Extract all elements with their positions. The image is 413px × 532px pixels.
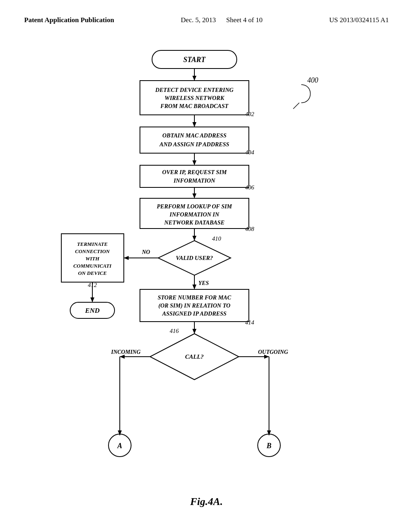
- yes-label: YES: [198, 280, 209, 286]
- ref-arrow: [293, 103, 299, 109]
- detect-label1: DETECT DEVICE ENTERING: [155, 87, 234, 93]
- obtain-label1: OBTAIN MAC ADDRESS: [162, 132, 226, 139]
- detect-label2: WIRELESS NETWORK: [165, 95, 225, 101]
- arrow4-head: [192, 193, 196, 198]
- no-arrow-head: [124, 256, 129, 260]
- date: Dec. 5, 2013: [181, 16, 216, 24]
- store-label3: ASSIGNED IP ADDRESS: [162, 310, 226, 317]
- arrow2-head: [192, 122, 196, 127]
- label-406: 406: [245, 184, 254, 191]
- diagram-area: 400 START DETECT DEVICE ENTERING WIRELES…: [0, 28, 413, 492]
- overip-label2: INFORMATION: [173, 177, 215, 184]
- arrow6-head: [192, 329, 196, 334]
- label-410: 410: [212, 235, 221, 242]
- no-label: NO: [142, 249, 150, 255]
- flowchart-svg: 400 START DETECT DEVICE ENTERING WIRELES…: [49, 28, 364, 492]
- terminate-label3: WITH: [86, 256, 100, 262]
- arrow3-head: [192, 160, 196, 165]
- arrow1-head: [192, 76, 196, 81]
- label-414: 414: [245, 319, 254, 326]
- label-416: 416: [170, 328, 179, 334]
- circle-a-label: A: [117, 442, 122, 450]
- arrow5-head: [192, 236, 196, 241]
- lookup-label3: NETWORK DATABASE: [164, 219, 225, 226]
- terminate-arrow-head: [90, 297, 94, 302]
- terminate-label2: CONNECTION: [75, 248, 110, 254]
- terminate-label5: ON DEVICE: [78, 270, 106, 276]
- store-label2: (OR SIM) IN RELATION TO: [159, 302, 231, 309]
- patent-number: US 2013/0324115 A1: [329, 16, 389, 24]
- label-408: 408: [245, 226, 254, 232]
- start-label: START: [183, 56, 206, 64]
- ref-bracket: [301, 85, 311, 103]
- header: Patent Application Publication Dec. 5, 2…: [0, 0, 413, 24]
- incoming-label: INCOMING: [111, 349, 140, 355]
- lookup-label2: INFORMATION IN: [169, 211, 219, 218]
- page: Patent Application Publication Dec. 5, 2…: [0, 0, 413, 532]
- label-402: 402: [245, 111, 254, 117]
- figure-label: Fig.4A.: [0, 496, 413, 516]
- label-404: 404: [245, 149, 254, 156]
- yes-arrow-head: [192, 285, 196, 289]
- lookup-label1: PERFORM LOOKUP OF SIM: [157, 203, 233, 210]
- obtain-box: [140, 127, 249, 153]
- obtain-label2: AND ASSIGN IP ADDRESS: [159, 141, 229, 148]
- publication-label: Patent Application Publication: [24, 16, 114, 24]
- terminate-label4: COMMUNICATI: [73, 263, 112, 269]
- valid-label: VALID USER?: [176, 255, 213, 261]
- end-label: END: [85, 307, 100, 314]
- call-label: CALL?: [185, 353, 204, 360]
- outgoing-arrow-head: [264, 355, 269, 359]
- store-label1: STORE NUMBER FOR MAC: [158, 294, 232, 301]
- terminate-label1: TERMINATE: [77, 241, 108, 247]
- ref-number: 400: [307, 76, 318, 84]
- incoming-arrow-head: [120, 355, 125, 359]
- overip-label1: OVER IP, REQUEST SIM: [162, 169, 227, 175]
- detect-label3: FROM MAC BROADCAST: [160, 103, 229, 109]
- date-sheet: Dec. 5, 2013 Sheet 4 of 10: [114, 16, 329, 24]
- outgoing-label: OUTGOING: [258, 349, 288, 355]
- circle-b-label: B: [266, 442, 271, 450]
- sheet: Sheet 4 of 10: [226, 16, 263, 24]
